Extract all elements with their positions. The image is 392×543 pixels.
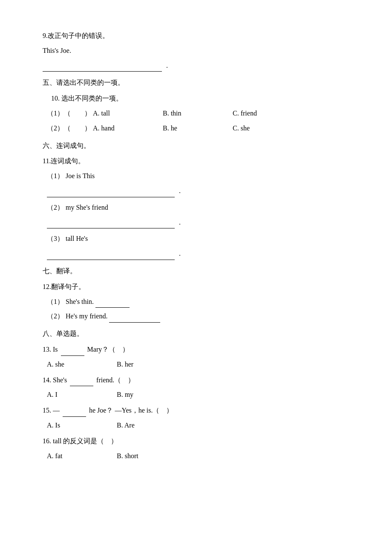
q15-line: 15. — he Joe？ —Yes，he is.（ ） (43, 404, 349, 417)
q9-label: 9.改正句子中的错误。 (43, 30, 349, 42)
section-5: 五、请选出不同类的一项。 (43, 77, 349, 89)
q10-sub1-a: A. tall (93, 107, 161, 120)
q10-sub1-num: （1）（ ） (47, 110, 91, 117)
question-13: 13. Is Mary？（ ） A. she B. her (43, 344, 349, 371)
s7-header: 七、翻译。 (43, 265, 349, 277)
q11-sub1-num: （1） (47, 172, 64, 179)
q13-label2: Mary？（ ） (87, 346, 130, 353)
q11-sub3-period: . (179, 250, 181, 257)
q9-answer-line: . (43, 60, 349, 72)
q10-sub1: （1）（ ） A. tall B. thin C. friend (47, 107, 349, 120)
q11-sub3-words: tall He's (66, 235, 88, 242)
q11-sub2-period: . (179, 219, 181, 226)
q12-sub1-num: （1） (47, 298, 64, 305)
q11-sub3-blank (47, 260, 175, 260)
q11-sub2-answer: . (47, 217, 349, 229)
q13-b: B. her (117, 358, 185, 371)
q14-a: A. I (47, 389, 115, 401)
q10-sub2: （2）（ ） A. hand B. he C. she (47, 122, 349, 135)
q10-sub1-b: B. thin (163, 107, 231, 120)
q12-sub2-text: He's my friend. (66, 312, 107, 320)
q10-sub2-num: （2）（ ） (47, 124, 91, 132)
q11-sub1-blank (47, 197, 175, 197)
q12-label: 12.翻译句子。 (43, 281, 349, 293)
q11-sub2-num: （2） (47, 204, 64, 211)
q16-b: B. short (117, 450, 185, 462)
q12-sub1: （1） She's thin. (47, 296, 349, 308)
q10-sub2-a: A. hand (93, 122, 161, 135)
s6-header: 六、连词成句。 (43, 140, 349, 152)
q11-sub1-answer: . (47, 185, 349, 197)
question-10: 10. 选出不同类的一项。 （1）（ ） A. tall B. thin C. … (43, 92, 349, 134)
q10-sub2-c: C. she (233, 122, 301, 135)
q16-line: 16. tall 的反义词是（ ） (43, 435, 349, 448)
q16-a: A. fat (47, 450, 115, 462)
question-11: 11.连词成句。 （1） Joe is This . （2） my She's … (43, 155, 349, 260)
q9-period: . (166, 62, 168, 69)
question-14: 14. She's friend.（ ） A. I B. my (43, 374, 349, 401)
q13-choices: A. she B. her (47, 358, 349, 371)
question-15: 15. — he Joe？ —Yes，he is.（ ） A. Is B. Ar… (43, 404, 349, 432)
q12-sub1-text: She's thin. (66, 298, 94, 305)
section-7: 七、翻译。 (43, 265, 349, 277)
q11-sub3: （3） tall He's . (47, 233, 349, 260)
q13-blank (61, 355, 84, 356)
q13-label: 13. Is (43, 346, 58, 353)
q11-sub1-words: Joe is This (66, 172, 95, 179)
q15-b: B. Are (117, 419, 185, 432)
q12-sub1-blank (95, 307, 130, 308)
q14-label: 14. She's (43, 376, 67, 384)
q11-sub1: （1） Joe is This . (47, 170, 349, 197)
q15-a: A. Is (47, 419, 115, 432)
q11-sub3-answer: . (47, 248, 349, 260)
q16-choices: A. fat B. short (47, 450, 349, 462)
q14-b: B. my (117, 389, 185, 401)
q11-sub2-blank (47, 228, 175, 228)
section-8: 八、单选题。 (43, 328, 349, 340)
q11-sub3-num: （3） (47, 235, 64, 242)
q13-line: 13. Is Mary？（ ） (43, 344, 349, 356)
q11-sub2: （2） my She's friend . (47, 202, 349, 229)
question-12: 12.翻译句子。 （1） She's thin. （2） He's my fri… (43, 281, 349, 323)
q14-choices: A. I B. my (47, 389, 349, 401)
q15-label2: he Joe？ —Yes，he is.（ ） (89, 407, 173, 414)
q10-sub2-b: B. he (163, 122, 231, 135)
question-9: 9.改正句子中的错误。 This's Joe. . (43, 30, 349, 72)
q9-sentence: This's Joe. (43, 45, 349, 57)
section-6: 六、连词成句。 (43, 140, 349, 152)
s8-header: 八、单选题。 (43, 328, 349, 340)
q15-choices: A. Is B. Are (47, 419, 349, 432)
q14-line: 14. She's friend.（ ） (43, 374, 349, 387)
q11-sub2-words: my She's friend (66, 204, 108, 211)
q11-label: 11.连词成句。 (43, 155, 349, 168)
q10-label: 10. 选出不同类的一项。 (51, 92, 349, 105)
question-16: 16. tall 的反义词是（ ） A. fat B. short (43, 435, 349, 462)
q12-sub2-num: （2） (47, 312, 64, 320)
q12-sub2-blank (109, 322, 160, 323)
q13-a: A. she (47, 358, 115, 371)
q9-blank (43, 71, 162, 72)
q14-label2: friend.（ ） (96, 376, 135, 384)
s5-header: 五、请选出不同类的一项。 (43, 77, 349, 89)
q15-label: 15. — (43, 407, 60, 414)
q10-sub1-c: C. friend (233, 107, 301, 120)
q15-blank (63, 416, 86, 417)
q14-blank (70, 386, 93, 386)
q11-sub1-period: . (179, 187, 181, 194)
q12-sub2: （2） He's my friend. (47, 310, 349, 323)
